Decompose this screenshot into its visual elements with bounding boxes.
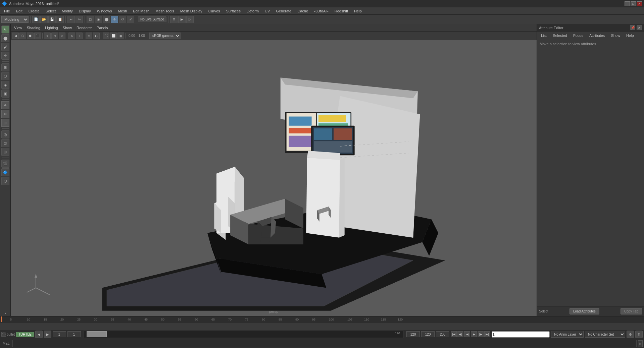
save-as-button[interactable]: 📋 bbox=[56, 16, 64, 23]
move-tool[interactable]: ✛ bbox=[1, 52, 9, 60]
scale-tool-button[interactable]: ⤢ bbox=[127, 16, 134, 23]
step-forward-button[interactable]: |▶ bbox=[478, 331, 484, 337]
display-group-2[interactable]: ⊞ bbox=[1, 110, 9, 118]
current-frame-input[interactable] bbox=[67, 331, 81, 337]
menu-generate[interactable]: Generate bbox=[273, 8, 294, 14]
minimize-button[interactable]: – bbox=[625, 1, 630, 6]
menu-uv[interactable]: UV bbox=[262, 8, 273, 14]
attr-tab-attributes[interactable]: Attributes bbox=[587, 33, 607, 38]
display-group-1[interactable]: ⊕ bbox=[1, 101, 9, 109]
menu-redshift[interactable]: Redshift bbox=[332, 8, 351, 14]
attr-tab-focus[interactable]: Focus bbox=[571, 33, 586, 38]
vp-select-camera[interactable]: ◀ bbox=[12, 33, 19, 39]
render-settings-button[interactable]: ⚙ bbox=[170, 16, 178, 23]
close-button[interactable]: ✕ bbox=[637, 1, 642, 6]
render-view[interactable]: 🎬 bbox=[1, 160, 9, 168]
mel-expand-button[interactable]: ▷ bbox=[638, 340, 643, 347]
attr-tab-selected[interactable]: Selected bbox=[550, 33, 570, 38]
frame-all[interactable]: ⊡ bbox=[1, 139, 9, 147]
attr-editor-close[interactable]: ✕ bbox=[637, 25, 642, 30]
mel-input[interactable] bbox=[12, 340, 637, 347]
collapse-left-toolbar[interactable]: ▾ bbox=[5, 312, 6, 315]
vp-menu-view[interactable]: View bbox=[12, 25, 24, 30]
max-end-input[interactable] bbox=[436, 331, 449, 337]
menu-mesh[interactable]: Mesh bbox=[115, 8, 130, 14]
menu-3dto-all[interactable]: -3DtoAll- bbox=[311, 8, 331, 14]
menu-select[interactable]: Select bbox=[43, 8, 59, 14]
new-scene-button[interactable]: 📄 bbox=[32, 16, 40, 23]
vp-menu-show[interactable]: Show bbox=[61, 25, 74, 30]
vp-cam-manipulator[interactable]: ⛶ bbox=[103, 33, 109, 39]
frame-counter-input[interactable] bbox=[492, 331, 550, 338]
frame-selected[interactable]: ⊞ bbox=[1, 148, 9, 156]
undo-button[interactable]: ↩ bbox=[67, 16, 75, 23]
ipr-render-button[interactable]: ▷ bbox=[186, 16, 194, 23]
menu-modify[interactable]: Modify bbox=[59, 8, 75, 14]
menu-edit-mesh[interactable]: Edit Mesh bbox=[130, 8, 152, 14]
sculpt-tool[interactable]: 🖌 bbox=[1, 43, 9, 51]
go-to-start-button[interactable]: |◀ bbox=[451, 331, 457, 337]
vp-textured[interactable]: ⬛ bbox=[34, 33, 41, 39]
vp-grid-toggle[interactable]: # bbox=[44, 33, 51, 39]
start-frame-input[interactable] bbox=[53, 331, 66, 337]
copy-tab-button[interactable]: Copy Tab bbox=[621, 308, 642, 314]
node-editor[interactable]: ⬡ bbox=[1, 177, 9, 185]
select-tool[interactable]: ↖ bbox=[1, 25, 9, 34]
vp-shaded[interactable]: ⬢ bbox=[27, 33, 34, 39]
select-tool-button[interactable]: ◻ bbox=[87, 16, 94, 23]
vp-light-default[interactable]: ☀ bbox=[86, 33, 92, 39]
vp-isolate[interactable]: I bbox=[76, 33, 83, 39]
snap-to-curve[interactable]: ⬡ bbox=[1, 72, 9, 80]
expand-turtle[interactable]: ◀ bbox=[35, 331, 43, 338]
menu-deform[interactable]: Deform bbox=[244, 8, 261, 14]
menu-cache[interactable]: Cache bbox=[295, 8, 311, 14]
load-attributes-button[interactable]: Load Attributes bbox=[569, 308, 599, 314]
paint-effects-tool[interactable]: ⬤ bbox=[1, 34, 9, 42]
collapse-turtle[interactable]: ▶ bbox=[44, 331, 51, 338]
rotate-tool-button[interactable]: ↺ bbox=[119, 16, 126, 23]
vp-frame-all[interactable]: A bbox=[59, 33, 65, 39]
vp-hud-toggle[interactable]: H bbox=[51, 33, 58, 39]
vp-menu-panels[interactable]: Panels bbox=[95, 25, 110, 30]
menu-help[interactable]: Help bbox=[351, 8, 364, 14]
viewport[interactable]: persp bbox=[11, 40, 537, 316]
attr-tab-help[interactable]: Help bbox=[624, 33, 637, 38]
open-scene-button[interactable]: 📂 bbox=[40, 16, 48, 23]
display-group-3[interactable]: ◫ bbox=[1, 119, 9, 127]
menu-edit[interactable]: Edit bbox=[13, 8, 25, 14]
anim-layer-dropdown[interactable]: No Anim Layer bbox=[551, 331, 584, 338]
save-scene-button[interactable]: 💾 bbox=[48, 16, 56, 23]
redo-button[interactable]: ↪ bbox=[76, 16, 83, 23]
vp-film-gate[interactable]: ▦ bbox=[117, 33, 124, 39]
menu-mesh-tools[interactable]: Mesh Tools bbox=[153, 8, 177, 14]
hypershade[interactable]: 🔷 bbox=[1, 168, 9, 176]
vp-toggle-wireframe[interactable]: ⬡ bbox=[19, 33, 26, 39]
snap-to-point[interactable]: ◈ bbox=[1, 81, 9, 89]
menu-curves[interactable]: Curves bbox=[206, 8, 223, 14]
vp-menu-renderer[interactable]: Renderer bbox=[75, 25, 94, 30]
timeline-end-input[interactable] bbox=[421, 331, 435, 337]
snap-to-grid[interactable]: ⊞ bbox=[1, 63, 9, 71]
isolate-select[interactable]: ◎ bbox=[1, 130, 9, 138]
snap-to-surface[interactable]: ▣ bbox=[1, 90, 9, 98]
play-back-button[interactable]: ◀ bbox=[464, 331, 470, 337]
attr-tab-list[interactable]: List bbox=[538, 33, 549, 38]
mode-dropdown[interactable]: Modeling Rigging Animation FX Rendering bbox=[1, 16, 29, 23]
no-live-surface-label[interactable]: No Live Surface bbox=[138, 16, 166, 22]
menu-surfaces[interactable]: Surfaces bbox=[224, 8, 243, 14]
menu-mesh-display[interactable]: Mesh Display bbox=[178, 8, 205, 14]
attr-tab-show[interactable]: Show bbox=[608, 33, 623, 38]
maximize-button[interactable]: □ bbox=[631, 1, 636, 6]
play-forward-button[interactable]: ▶ bbox=[471, 331, 477, 337]
vp-xray[interactable]: X bbox=[68, 33, 75, 39]
attr-editor-pin[interactable]: 📌 bbox=[630, 25, 635, 30]
paint-select-button[interactable]: ⬤ bbox=[103, 16, 110, 23]
turtle-button[interactable]: TURTLE bbox=[16, 332, 34, 337]
move-tool-button[interactable]: ✛ bbox=[111, 16, 118, 23]
render-button[interactable]: ▶ bbox=[178, 16, 186, 23]
vp-resolution-gate[interactable]: ⬜ bbox=[110, 33, 117, 39]
menu-file[interactable]: File bbox=[1, 8, 13, 14]
vp-menu-lighting[interactable]: Lighting bbox=[43, 25, 60, 30]
vp-shadow[interactable]: ◐ bbox=[93, 33, 100, 39]
char-set-options[interactable]: ⚙ bbox=[635, 331, 643, 338]
